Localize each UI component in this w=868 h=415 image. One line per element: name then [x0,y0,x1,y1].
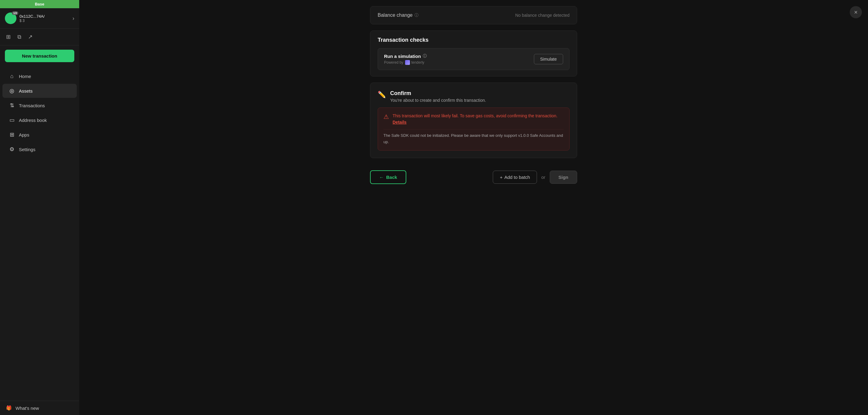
close-button[interactable]: × [850,6,862,18]
simulation-powered-by: Powered by tenderly [384,60,427,65]
account-info: 0x112C...74A/ $ 3 [20,14,69,23]
tenderly-logo: tenderly [405,60,424,65]
add-batch-label: Add to batch [504,175,530,180]
warning-content: This transaction will most likely fail. … [393,113,557,125]
warning-box: ⚠ This transaction will most likely fail… [378,108,569,150]
warning-description: The Safe SDK could not be initialized. P… [383,129,564,145]
sidebar-quick-actions: ⊞ ⧉ ↗ [0,29,79,46]
sidebar-navigation: ⌂ Home ◎ Assets ⇅ Transactions ▭ Address… [0,66,79,401]
copy-icon-button[interactable]: ⧉ [16,32,23,41]
assets-icon: ◎ [8,87,15,94]
confirm-text: Confirm You're about to create and confi… [390,90,486,103]
pencil-icon: ✏️ [378,91,386,99]
warning-header: ⚠ This transaction will most likely fail… [383,113,564,125]
address-book-icon: ▭ [8,117,15,123]
simulation-label: Run a simulation ⓘ [384,53,427,59]
tenderly-icon [405,60,410,65]
network-label: Base [0,0,79,8]
sidebar-item-label-transactions: Transactions [19,103,45,108]
warning-details-link[interactable]: Details [393,120,407,125]
sidebar-item-apps[interactable]: ⊞ Apps [2,128,77,142]
sidebar-item-label-address-book: Address book [19,118,47,123]
action-right-group: + Add to batch or Sign [493,171,577,184]
simulate-button[interactable]: Simulate [534,54,563,64]
simulation-info: Run a simulation ⓘ Powered by tenderly [384,53,427,65]
whats-new-item[interactable]: 🎁 What's new [6,405,73,411]
apps-icon: ⊞ [8,131,15,138]
account-badge: 1/2 [12,11,18,15]
sidebar-item-address-book[interactable]: ▭ Address book [2,113,77,127]
warning-triangle-icon: ⚠ [383,113,389,120]
balance-change-title: Balance change ⓘ [378,12,418,18]
confirm-title: Confirm [390,90,486,97]
or-separator: or [541,175,545,180]
sidebar-item-label-assets: Assets [19,88,33,93]
confirm-header: ✏️ Confirm You're about to create and co… [378,90,569,103]
back-label: Back [386,175,397,180]
sidebar-item-label-home: Home [19,74,31,79]
sidebar-item-label-settings: Settings [19,147,35,152]
sidebar-bottom: 🎁 What's new [0,401,79,415]
expand-button[interactable]: › [72,15,74,22]
grid-icon-button[interactable]: ⊞ [5,32,12,41]
sidebar-item-settings[interactable]: ⚙ Settings [2,142,77,156]
sidebar-item-assets[interactable]: ◎ Assets [2,84,77,98]
new-transaction-button[interactable]: New transaction [5,50,74,62]
back-button[interactable]: ← Back [370,170,406,184]
simulation-card: Run a simulation ⓘ Powered by tenderly S… [378,48,569,70]
transaction-checks-title: Transaction checks [378,37,569,43]
no-balance-change-text: No balance change detected [515,13,569,18]
home-icon: ⌂ [8,73,15,80]
warning-main-text: This transaction will most likely fail. … [393,113,557,125]
account-section: 1/2 0x112C...74A/ $ 3 › [0,8,79,29]
sign-button[interactable]: Sign [550,171,578,184]
content-wrapper: Balance change ⓘ No balance change detec… [364,0,583,199]
simulation-info-icon[interactable]: ⓘ [423,53,427,59]
main-content: Balance change ⓘ No balance change detec… [79,0,868,415]
sidebar-item-transactions[interactable]: ⇅ Transactions [2,98,77,113]
settings-icon: ⚙ [8,146,15,153]
action-bar: ← Back + Add to batch or Sign [370,164,577,187]
gift-icon: 🎁 [6,405,12,411]
balance-change-header: Balance change ⓘ No balance change detec… [378,12,569,18]
account-address: 0x112C...74A/ [20,14,69,19]
add-to-batch-button[interactable]: + Add to batch [493,171,537,184]
balance-change-info-icon[interactable]: ⓘ [414,12,418,18]
back-arrow-icon: ← [379,175,384,180]
external-link-icon-button[interactable]: ↗ [27,32,34,41]
confirm-section: ✏️ Confirm You're about to create and co… [370,83,577,158]
transactions-icon: ⇅ [8,102,15,109]
confirm-subtitle: You're about to create and confirm this … [390,98,486,103]
transaction-checks-section: Transaction checks Run a simulation ⓘ Po… [370,30,577,77]
whats-new-label: What's new [16,406,39,411]
balance-change-card: Balance change ⓘ No balance change detec… [370,6,577,24]
avatar: 1/2 [5,12,17,24]
sidebar-item-home[interactable]: ⌂ Home [2,69,77,83]
sidebar-item-label-apps: Apps [19,132,29,138]
sidebar: Base 1/2 0x112C...74A/ $ 3 › ⊞ ⧉ ↗ New t… [0,0,79,415]
account-balance: $ 3 [20,19,69,23]
add-icon: + [500,175,502,180]
